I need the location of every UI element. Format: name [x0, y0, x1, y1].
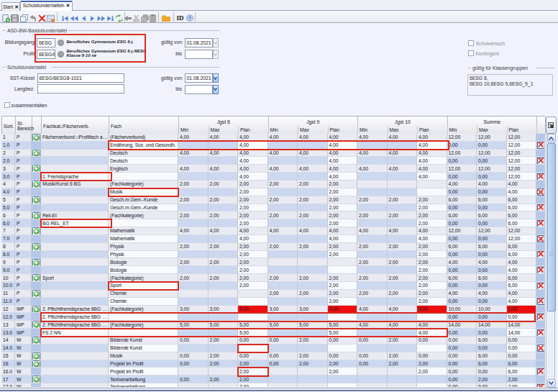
svg-text:?: ?: [188, 15, 191, 21]
